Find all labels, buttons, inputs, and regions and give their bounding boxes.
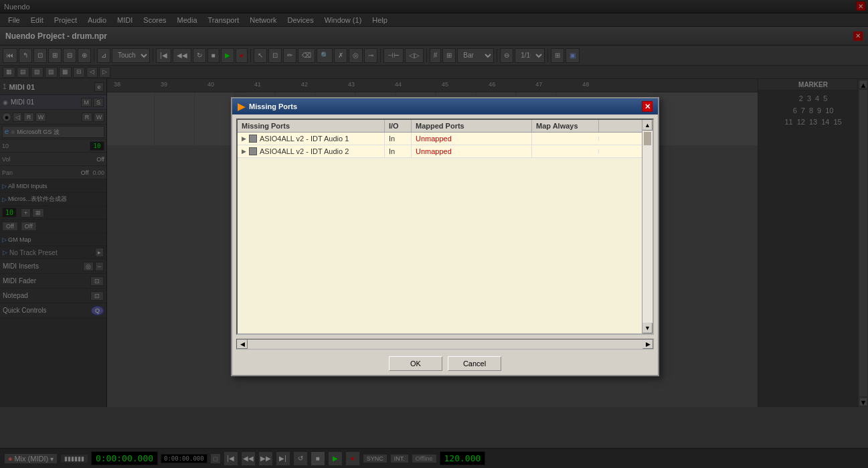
vscroll-thumb[interactable] — [644, 132, 651, 145]
dialog-title: Missing Ports — [249, 102, 297, 110]
td-always-0 — [532, 137, 599, 141]
td-io-1: In — [385, 145, 412, 157]
ok-button[interactable]: OK — [389, 356, 442, 371]
table-row: ▶ ASIO4ALL v2 - IDT Audio 2 In Unmapped — [238, 145, 653, 158]
port-name-0: ASIO4ALL v2 - IDT Audio 1 — [260, 135, 349, 143]
table-header: Missing Ports I/O Mapped Ports Map Alway… — [238, 120, 653, 133]
col-missing-ports: Missing Ports — [238, 120, 385, 132]
expand-icon-1[interactable]: ▶ — [242, 148, 246, 155]
td-mapped-0: Unmapped — [412, 133, 532, 145]
col-map-always: Map Always — [532, 120, 599, 132]
td-always-1 — [532, 149, 599, 153]
hscroll-right[interactable]: ▶ — [642, 339, 653, 349]
col-io: I/O — [385, 120, 412, 132]
td-missing-1: ▶ ASIO4ALL v2 - IDT Audio 2 — [238, 145, 385, 157]
modal-overlay: ▶ Missing Ports ✕ Missing Ports I/O Mapp… — [0, 0, 868, 468]
dialog-buttons: OK Cancel — [232, 352, 658, 375]
vscroll-track — [642, 131, 653, 323]
dialog-icon: ▶ — [238, 101, 245, 112]
dialog-title-bar: ▶ Missing Ports ✕ — [232, 98, 658, 114]
td-mapped-1: Unmapped — [412, 145, 532, 157]
vscroll-up[interactable]: ▲ — [642, 120, 653, 131]
table-row: ▶ ASIO4ALL v2 - IDT Audio 1 In Unmapped — [238, 133, 653, 145]
table-hscroll[interactable]: ◀ ▶ — [236, 339, 654, 349]
td-io-0: In — [385, 133, 412, 145]
vscroll-down[interactable]: ▼ — [642, 323, 653, 333]
td-missing-0: ▶ ASIO4ALL v2 - IDT Audio 1 — [238, 133, 385, 145]
hscroll-left[interactable]: ◀ — [237, 339, 248, 349]
port-icon-0 — [249, 135, 257, 143]
dialog-close-button[interactable]: ✕ — [642, 101, 653, 112]
table-body: ▶ ASIO4ALL v2 - IDT Audio 1 In Unmapped … — [238, 133, 653, 333]
expand-icon-0[interactable]: ▶ — [242, 135, 246, 142]
col-mapped-ports: Mapped Ports — [412, 120, 532, 132]
ports-table: Missing Ports I/O Mapped Ports Map Alway… — [236, 119, 654, 335]
dialog-body: Missing Ports I/O Mapped Ports Map Alway… — [232, 119, 658, 375]
missing-ports-dialog: ▶ Missing Ports ✕ Missing Ports I/O Mapp… — [231, 97, 659, 376]
port-icon-1 — [249, 147, 257, 155]
cancel-button[interactable]: Cancel — [448, 356, 501, 371]
table-vscroll[interactable]: ▲ ▼ — [642, 120, 653, 333]
port-name-1: ASIO4ALL v2 - IDT Audio 2 — [260, 147, 349, 155]
